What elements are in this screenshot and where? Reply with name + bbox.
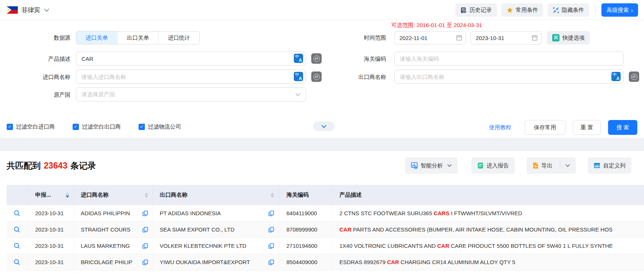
history-label: 历史记录: [469, 7, 492, 14]
collapse-icon: [553, 7, 559, 13]
search-panel: 可选范围: 2016-01-01 至 2024-03-31 数据源 进口关单 出…: [0, 20, 644, 138]
quick-options-button[interactable]: ⌘ 快捷选项: [547, 31, 590, 44]
importer-cell: [74, 270, 153, 273]
chevron-down-icon: [321, 125, 326, 128]
hs-code-label: 海关编码: [0, 56, 386, 63]
row-detail-cell: [7, 222, 28, 237]
customize-columns-label: 自定义列: [603, 162, 625, 169]
translate-icon[interactable]: 中A: [611, 72, 621, 81]
tutorial-link[interactable]: 使用教程: [489, 120, 511, 135]
hide-conditions-label: 隐藏条件: [562, 7, 584, 14]
origin-select[interactable]: 请选择原产国: [76, 87, 306, 101]
country-selector[interactable]: 菲律宾: [7, 0, 49, 20]
declare-date-cell: 2023-10-31: [28, 238, 74, 254]
trade-search-page: 菲律宾 历史记录 常用条件: [0, 0, 644, 273]
end-date-input[interactable]: 2023-10-31: [471, 31, 542, 44]
product-desc-cell: [332, 270, 644, 273]
favorites-button[interactable]: 常用条件: [501, 3, 543, 17]
date-range-hint: 可选范围: 2016-01-01 至 2024-03-31: [391, 22, 482, 29]
end-date-value: 2023-10-31: [476, 35, 532, 41]
enter-report-button[interactable]: 进入报告: [471, 157, 515, 174]
save-common-button[interactable]: 保存常用: [525, 120, 565, 135]
importer-cell: STRAIGHT COURS: [74, 222, 153, 237]
divider: [595, 5, 595, 15]
history-icon: [461, 7, 467, 13]
hide-conditions-button[interactable]: 隐藏条件: [548, 3, 589, 17]
synonym-search-icon[interactable]: ⇄: [629, 71, 639, 82]
importer-cell: LAUS MARKETING: [74, 238, 153, 254]
report-icon: [477, 162, 484, 169]
search-button[interactable]: 搜 索: [608, 120, 637, 135]
results-section: 共匹配到23643条记录 BI 智能分析 进入报告: [0, 151, 644, 273]
table-row: 2023-10-31 STRAIGHT COURS SEA SIAM EXPOR…: [7, 222, 644, 238]
copy-icon[interactable]: [268, 259, 274, 265]
expand-conditions-toggle[interactable]: [313, 121, 335, 131]
row-detail-cell: [7, 238, 28, 254]
export-label: 导出: [541, 162, 552, 169]
results-table: 申报... 进口商名称 出口商名称 海关编码: [7, 185, 644, 273]
table-row: 2023-10-31 BRICOLAGE PHILIP YIWU OUKAIDA…: [7, 254, 644, 270]
hs-code-cell: [279, 270, 332, 273]
chevron-down-icon: [44, 9, 49, 12]
header-hs-code: 海关编码: [279, 185, 332, 205]
header-product-desc: 产品描述: [332, 185, 644, 205]
exporter-cell: [153, 270, 279, 273]
declare-date-cell: 2023-10-31: [28, 254, 74, 270]
copy-icon[interactable]: [268, 243, 274, 249]
smart-analysis-button[interactable]: BI 智能分析: [405, 157, 458, 174]
customize-columns-button[interactable]: 自定义列: [588, 157, 631, 174]
export-options-chevron-icon[interactable]: [565, 164, 570, 167]
copy-icon[interactable]: [142, 210, 148, 216]
origin-label: 原产国: [0, 91, 70, 99]
select-arrow-icon: [295, 93, 301, 96]
table-row: 2023-10-31 LAUS MARKETING VOLKER KLEBTEC…: [7, 238, 644, 254]
exporter-input[interactable]: [394, 70, 624, 84]
origin-placeholder: 请选择原产国: [82, 91, 295, 98]
copy-icon[interactable]: [268, 210, 274, 216]
declare-date-cell: 2023-10-31: [28, 205, 74, 221]
declare-date-cell: 2023-10-31: [28, 222, 74, 237]
export-icon: [532, 162, 538, 169]
view-detail-magnifier-icon[interactable]: [14, 243, 20, 249]
divider: [560, 162, 560, 169]
header-declare-date: 申报...: [28, 185, 74, 205]
view-detail-magnifier-icon[interactable]: [14, 259, 20, 266]
sort-control[interactable]: [270, 193, 274, 198]
time-range-label: 时间范围: [0, 34, 386, 41]
top-actions: 历史记录 常用条件 隐藏条件 高级搜索 ›: [455, 3, 638, 17]
table-header: 申报... 进口商名称 出口商名称 海关编码: [7, 185, 644, 205]
view-detail-magnifier-icon[interactable]: [14, 210, 20, 217]
copy-icon[interactable]: [142, 259, 148, 265]
declare-date-cell: [28, 270, 74, 273]
filter-blank-importer-checkbox[interactable]: ✓ 过滤空白进口商: [7, 122, 55, 131]
copy-icon[interactable]: [142, 243, 148, 249]
chevron-right-icon: ›: [631, 7, 633, 13]
product-desc-cell: CAR PARTS AND ACCESSORIES (BUMPER, AIR I…: [332, 222, 644, 237]
advanced-search-button[interactable]: 高级搜索 ›: [601, 3, 638, 17]
view-detail-magnifier-icon[interactable]: [14, 226, 20, 233]
copy-icon[interactable]: [268, 227, 274, 233]
checkbox-checked-icon: ✓: [139, 124, 145, 130]
row-detail-cell: [7, 254, 28, 270]
bi-analysis-icon: BI: [411, 162, 418, 169]
section-divider: [0, 138, 644, 151]
sort-control[interactable]: [145, 193, 148, 198]
hs-code-cell: 8504409000: [279, 254, 332, 270]
table-body: 2023-10-31 ADIDAS PHILIPPIN PT ADIDAS IN…: [7, 205, 644, 273]
smart-analysis-label: 智能分析: [421, 162, 443, 169]
start-date-input[interactable]: 2022-11-01: [394, 31, 466, 44]
sort-control[interactable]: [66, 193, 69, 198]
filter-logistics-checkbox[interactable]: ✓ 过滤物流公司: [139, 122, 181, 131]
checkbox-checked-icon: ✓: [7, 124, 13, 130]
hs-code-input[interactable]: [394, 51, 624, 66]
filter-blank-exporter-checkbox[interactable]: ✓ 过滤空白出口商: [73, 122, 121, 131]
export-button[interactable]: 导出: [527, 157, 576, 174]
table-row: 2023-10-31 ADIDAS PHILIPPIN PT ADIDAS IN…: [7, 205, 644, 222]
reset-button[interactable]: 重 置: [573, 120, 601, 135]
importer-cell: BRICOLAGE PHILIP: [74, 254, 153, 270]
table-row-partial: [7, 270, 644, 273]
history-button[interactable]: 历史记录: [455, 3, 497, 17]
columns-icon: [594, 163, 600, 169]
result-count-number: 23643: [44, 161, 67, 170]
copy-icon[interactable]: [142, 227, 148, 233]
